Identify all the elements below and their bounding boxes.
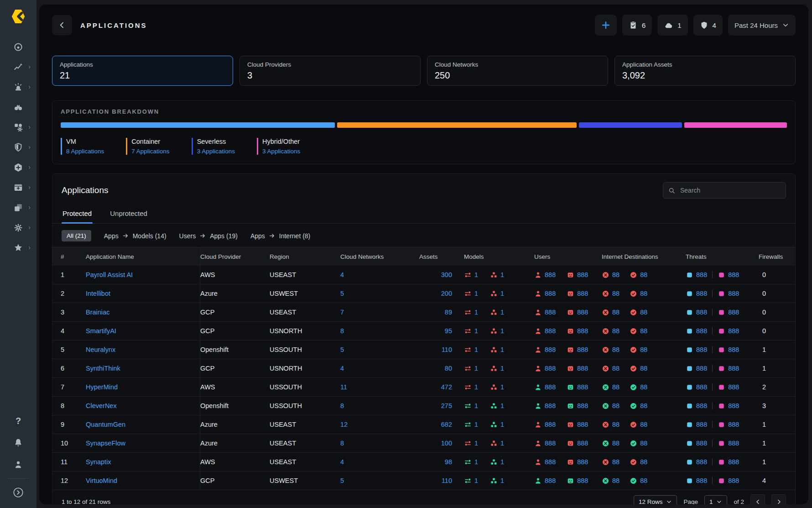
sidebar-item-binoculars[interactable] [0,97,36,117]
breakdown-count-link[interactable]: 3 Applications [262,148,300,155]
cell-group-users-robot[interactable]: 888 [567,309,588,316]
breakdown-segment-vm[interactable] [61,122,335,128]
sidebar-item-radar[interactable] [0,37,36,57]
tasks-badge-button[interactable]: 6 [622,15,652,36]
cloud-networks-link[interactable]: 12 [340,421,348,428]
cell-group-internet-blocked[interactable]: 88 [602,440,619,447]
time-range-dropdown[interactable]: Past 24 Hours [728,15,796,36]
assets-link[interactable]: 110 [442,346,452,353]
cell-group-users-person[interactable]: 888 [534,271,556,279]
cell-group-internet-blocked[interactable]: 88 [602,346,619,354]
application-name-link[interactable]: Payroll Assist AI [86,271,133,278]
rows-per-page-dropdown[interactable]: 12 Rows [634,495,677,505]
cell-group-internet-allowed[interactable]: 88 [630,477,647,485]
cell-group-models-stack[interactable]: 1 [490,309,504,316]
cell-group-models-stack[interactable]: 1 [490,440,504,447]
cell-group-users-robot[interactable]: 888 [567,458,588,466]
assets-link[interactable]: 682 [441,421,452,428]
cell-group-users-person[interactable]: 888 [534,421,556,429]
cell-group-models-tune[interactable]: 1 [464,309,478,316]
page-number-dropdown[interactable]: 1 [704,495,728,505]
cell-group-threats-pink[interactable]: 888 [718,290,739,298]
cell-group-users-person[interactable]: 888 [534,290,556,298]
cell-group-internet-allowed[interactable]: 88 [630,440,647,447]
cell-group-users-robot[interactable]: 888 [567,440,588,447]
cloud-networks-link[interactable]: 11 [340,383,347,391]
application-name-link[interactable]: Neuralynx [86,346,115,353]
cell-group-models-tune[interactable]: 1 [464,290,478,298]
cell-group-users-robot[interactable]: 888 [567,383,588,391]
application-name-link[interactable]: VirtuoMind [86,477,117,484]
cloud-networks-link[interactable]: 8 [340,327,344,335]
sidebar-item-trend[interactable]: › [0,57,36,77]
search-box[interactable] [663,182,786,199]
breakdown-segment-severless[interactable] [579,122,682,128]
cell-group-threats-blue[interactable]: 888 [686,309,707,316]
cell-group-threats-pink[interactable]: 888 [718,421,739,429]
cell-group-models-tune[interactable]: 1 [464,458,478,466]
application-name-link[interactable]: SynapseFlow [86,440,125,447]
cell-group-internet-allowed[interactable]: 88 [630,458,647,466]
cloud-networks-link[interactable]: 8 [340,440,344,447]
cell-group-models-stack[interactable]: 1 [490,383,504,391]
cell-group-internet-blocked[interactable]: 88 [602,421,619,429]
stat-card-cloud-networks[interactable]: Cloud Networks 250 [427,56,608,86]
cell-group-threats-blue[interactable]: 888 [686,271,707,279]
cell-group-users-person[interactable]: 888 [534,327,556,335]
cell-group-internet-blocked[interactable]: 88 [602,327,619,335]
cell-group-threats-pink[interactable]: 888 [718,458,739,466]
cell-group-threats-blue[interactable]: 888 [686,365,707,372]
cell-group-internet-allowed[interactable]: 88 [630,327,647,335]
sidebar-item-user[interactable] [0,454,36,476]
cloud-networks-link[interactable]: 5 [340,346,344,353]
add-button[interactable] [595,15,617,36]
cell-group-models-stack[interactable]: 1 [490,327,504,335]
cloud-networks-link[interactable]: 4 [340,271,344,278]
cell-group-threats-pink[interactable]: 888 [718,402,739,410]
assets-link[interactable]: 95 [445,327,452,335]
cell-group-threats-blue[interactable]: 888 [686,477,707,485]
cell-group-users-robot[interactable]: 888 [567,346,588,354]
cell-group-internet-blocked[interactable]: 88 [602,458,619,466]
cell-group-threats-pink[interactable]: 888 [718,346,739,354]
cell-group-models-tune[interactable]: 1 [464,346,478,354]
sidebar-item-star[interactable]: › [0,238,36,258]
assets-link[interactable]: 80 [445,365,452,372]
sidebar-item-expand[interactable] [0,482,36,503]
cell-group-users-person[interactable]: 888 [534,346,556,354]
application-name-link[interactable]: SynthiThink [86,365,120,372]
cell-group-users-robot[interactable]: 888 [567,327,588,335]
cell-group-models-stack[interactable]: 1 [490,477,504,485]
cell-group-models-tune[interactable]: 1 [464,327,478,335]
sidebar-item-help[interactable]: ? [0,410,36,432]
tab-protected[interactable]: Protected [62,205,93,223]
breakdown-segment-container[interactable] [337,122,577,128]
cell-group-users-robot[interactable]: 888 [567,477,588,485]
cloud-networks-link[interactable]: 8 [340,402,344,409]
cell-group-threats-blue[interactable]: 888 [686,458,707,466]
breakdown-segment-hybridother[interactable] [684,122,787,128]
cell-group-threats-pink[interactable]: 888 [718,365,739,372]
stat-card-cloud-providers[interactable]: Cloud Providers 3 [239,56,421,86]
cell-group-threats-blue[interactable]: 888 [686,402,707,410]
assets-link[interactable]: 110 [442,477,452,484]
cloud-networks-link[interactable]: 7 [340,309,344,316]
cloud-badge-button[interactable]: 1 [657,15,687,36]
cell-group-internet-allowed[interactable]: 88 [630,402,647,410]
cell-group-models-stack[interactable]: 1 [490,365,504,372]
assets-link[interactable]: 200 [441,290,452,297]
cell-group-users-person[interactable]: 888 [534,383,556,391]
assets-link[interactable]: 89 [445,309,452,316]
cell-group-users-robot[interactable]: 888 [567,421,588,429]
prev-page-button[interactable] [750,494,765,504]
sidebar-item-components[interactable]: › [0,117,36,137]
cell-group-models-tune[interactable]: 1 [464,365,478,372]
cell-group-internet-blocked[interactable]: 88 [602,477,619,485]
sidebar-item-hex-plus[interactable]: › [0,157,36,178]
cell-group-threats-pink[interactable]: 888 [718,440,739,447]
application-name-link[interactable]: CleverNex [86,402,117,409]
back-button[interactable] [52,15,72,35]
application-name-link[interactable]: Intellibot [86,290,110,297]
assets-link[interactable]: 300 [441,271,452,278]
sidebar-item-siren[interactable]: › [0,77,36,97]
